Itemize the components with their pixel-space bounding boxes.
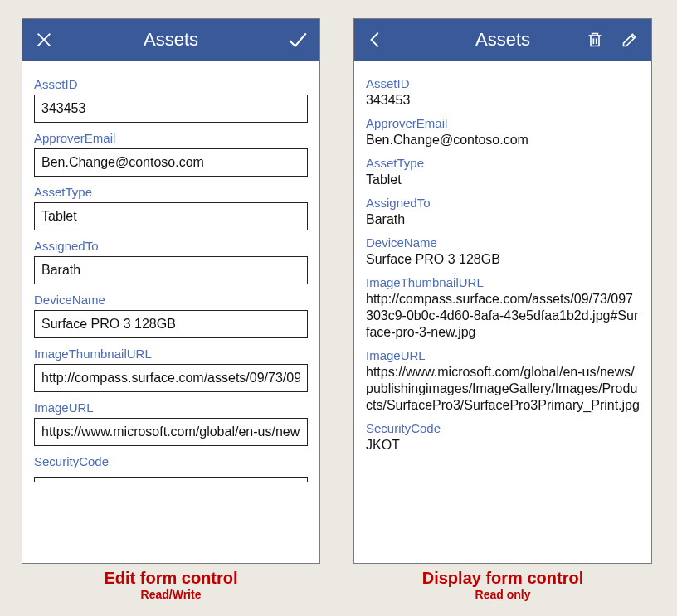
dvalue-assetid: 343453 [366,92,640,109]
dvalue-imageurl: https://www.microsoft.com/global/en-us/n… [366,364,640,414]
label-assignedto: AssignedTo [34,239,308,253]
dlabel-approveremail: ApproverEmail [366,116,640,130]
field-assignedto: AssignedTo [34,239,308,284]
input-assetid[interactable] [34,95,308,123]
dfield-imagethumb: ImageThumbnailURL http://compass.surface… [366,275,640,341]
dlabel-imagethumb: ImageThumbnailURL [366,275,640,289]
field-imageurl: ImageURL [34,400,308,446]
dlabel-devicename: DeviceName [366,235,640,250]
display-form-panel: Assets AssetID 343453 ApproverEmail Ben.… [353,18,652,564]
label-securitycode: SecurityCode [34,454,308,468]
label-assetid: AssetID [34,77,308,91]
edit-title: Assets [22,29,319,51]
field-imagethumb: ImageThumbnailURL [34,347,308,392]
dvalue-approveremail: Ben.Change@contoso.com [366,132,640,148]
back-icon[interactable] [364,28,387,51]
caption-display: Display form control Read only [353,569,652,601]
edit-body: AssetID ApproverEmail AssetType Assigned… [22,61,319,563]
dlabel-imageurl: ImageURL [366,348,640,362]
caption-edit-title: Edit form control [22,569,320,588]
label-devicename: DeviceName [34,293,308,307]
caption-edit: Edit form control Read/Write [22,569,320,601]
label-approveremail: ApproverEmail [34,131,308,145]
input-assettype[interactable] [34,202,308,230]
field-assettype: AssetType [34,185,308,230]
trash-icon[interactable] [583,28,606,51]
field-approveremail: ApproverEmail [34,131,308,177]
field-devicename: DeviceName [34,293,308,338]
dfield-imageurl: ImageURL https://www.microsoft.com/globa… [366,348,640,414]
input-imagethumb[interactable] [34,364,308,392]
dfield-assignedto: AssignedTo Barath [366,196,640,228]
caption-display-title: Display form control [353,569,652,588]
dlabel-assetid: AssetID [366,76,640,90]
dvalue-assignedto: Barath [366,211,640,228]
field-securitycode: SecurityCode [34,454,308,487]
dlabel-securitycode: SecurityCode [366,421,640,435]
dfield-approveremail: ApproverEmail Ben.Change@contoso.com [366,116,640,148]
field-assetid: AssetID [34,77,308,123]
dfield-devicename: DeviceName Surface PRO 3 128GB [366,235,640,268]
dfield-assetid: AssetID 343453 [366,76,640,109]
edit-titlebar: Assets [22,19,319,61]
dvalue-securitycode: JKOT [366,437,640,454]
dfield-assettype: AssetType Tablet [366,156,640,188]
close-icon[interactable] [32,28,56,51]
dfield-securitycode: SecurityCode JKOT [366,421,640,454]
input-devicename[interactable] [34,310,308,338]
input-securitycode[interactable] [34,477,308,482]
dvalue-assettype: Tablet [366,172,640,188]
dlabel-assignedto: AssignedTo [366,196,640,210]
accept-icon[interactable] [286,28,309,51]
input-assignedto[interactable] [34,256,308,284]
input-approveremail[interactable] [34,148,308,177]
label-imagethumb: ImageThumbnailURL [34,347,308,361]
caption-display-sub: Read only [353,588,652,601]
dvalue-imagethumb: http://compass.surface.com/assets/09/73/… [366,291,640,341]
dvalue-devicename: Surface PRO 3 128GB [366,251,640,268]
display-body: AssetID 343453 ApproverEmail Ben.Change@… [354,61,651,563]
edit-form-panel: Assets AssetID ApproverEmail AssetType [22,18,320,564]
caption-edit-sub: Read/Write [22,588,320,601]
display-titlebar: Assets [354,19,651,61]
input-imageurl[interactable] [34,418,308,446]
edit-icon[interactable] [618,28,641,51]
label-imageurl: ImageURL [34,400,308,415]
label-assettype: AssetType [34,185,308,199]
dlabel-assettype: AssetType [366,156,640,170]
